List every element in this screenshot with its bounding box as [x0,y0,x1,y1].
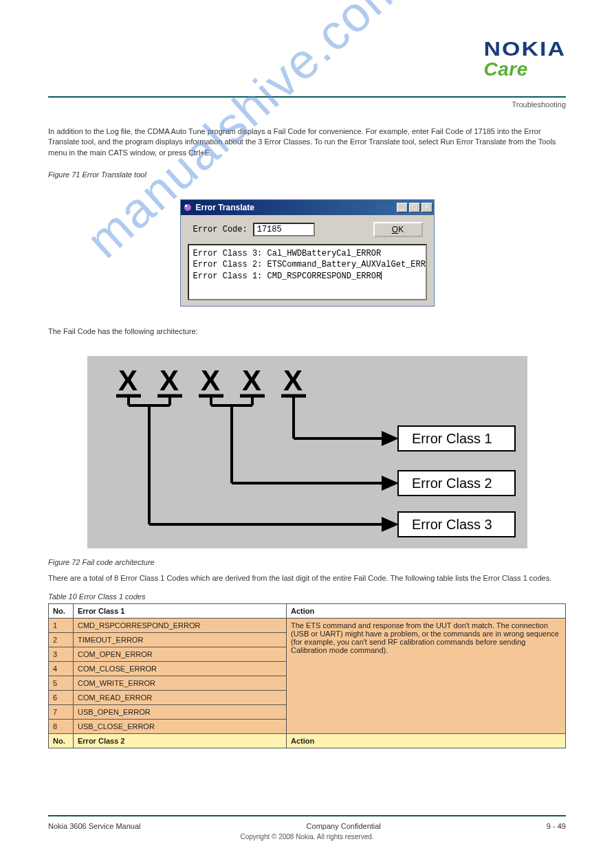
close-button[interactable]: × [421,203,432,212]
maximize-button[interactable]: □ [409,203,420,212]
window-buttons: _ □ × [397,203,432,212]
footer-rule [48,815,566,816]
error-code-input[interactable] [253,223,315,236]
logo-nokia: NOKIA [483,38,566,60]
output-line-2: Error Class 2: ETSCommand_Battery_AUXVal… [193,260,427,269]
titlebar[interactable]: Error Translate _ □ × [181,200,434,215]
svg-text:X: X [160,364,179,397]
table-row: 1CMD_RSPCORRESPOND_ERRORThe ETS command … [49,618,566,632]
footer: Nokia 3606 Service Manual Company Confid… [48,815,566,841]
minimize-button[interactable]: _ [397,203,408,212]
header-rule [48,96,566,98]
diagram-caption: The Fail Code has the following architec… [48,327,566,335]
output-line-1: Error Class 3: Cal_HWDBatteryCal_ERROR [193,249,382,258]
footer-left: Nokia 3606 Service Manual [48,822,141,830]
window-body: Error Code: OK Error Class 3: Cal_HWDBat… [181,215,434,306]
svg-text:X: X [201,364,220,397]
figure-label-72: Figure 72 Fail code architecture [48,558,566,566]
doc-section: Troubleshooting [48,100,566,109]
header: NOKIA Care [48,36,566,96]
svg-text:X: X [242,364,261,397]
th-no: No. [49,603,74,618]
footer-right: 9 - 49 [547,822,566,830]
ec2-box: Error Class 2 [412,476,492,491]
ok-button[interactable]: OK [373,222,423,237]
intro-paragraph: In addition to the Log file, the CDMA Au… [48,126,566,158]
ec1-box: Error Class 1 [412,431,492,446]
ec3-box: Error Class 3 [412,517,492,532]
svg-rect-1 [185,205,187,207]
th-ec1: Error Class 1 [74,603,287,618]
footer-center: Company Confidential [307,822,381,830]
error-code-label: Error Code: [193,225,248,234]
th-action: Action [287,603,566,618]
svg-text:X: X [283,364,303,397]
logo-care: Care [483,58,566,80]
footer-copyright: Copyright © 2008 Nokia. All rights reser… [48,833,566,841]
table-lead: There are a total of 8 Error Class 1 Cod… [48,573,566,583]
error-translate-window: Error Translate _ □ × Error Code: OK Err… [180,199,435,307]
brand-logo: NOKIA Care [483,36,566,80]
output-line-3: Error Class 1: CMD_RSPCORRESPOND_ERROR [193,271,382,281]
table-footer-row: No. Error Class 2 Action [49,733,566,748]
output-box: Error Class 3: Cal_HWDBatteryCal_ERROR E… [188,244,427,300]
figure-label-71: Figure 71 Error Translate tool [48,170,566,179]
window-title: Error Translate [196,203,397,212]
svg-text:X: X [118,364,138,397]
app-icon [182,202,193,213]
failcode-diagram: X X X X X [87,356,527,551]
table-title: Table 10 Error Class 1 codes [48,592,566,601]
error-class-table: No. Error Class 1 Action 1CMD_RSPCORRESP… [48,603,566,748]
